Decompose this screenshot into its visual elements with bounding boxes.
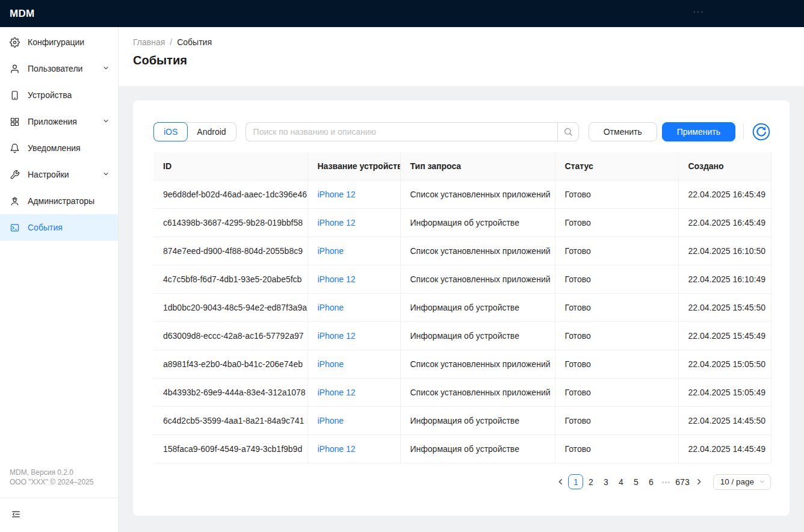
cell-status: Готово — [555, 321, 678, 350]
pagination-page-6[interactable]: 6 — [643, 474, 658, 489]
cell-id: 874e7eed-d900-4f88-804d-2055b8c9 — [153, 237, 308, 265]
platform-segmented-control: iOS Android — [153, 122, 237, 141]
sidebar-item-notifications[interactable]: Уведомления — [0, 135, 118, 161]
cell-id: 1db0bc20-9043-48c5-94e2-ed87f3a9a — [153, 293, 308, 321]
overflow-menu-icon[interactable]: ··· — [693, 7, 705, 16]
device-link[interactable]: iPhone — [318, 246, 344, 256]
chevron-down-icon — [102, 64, 110, 73]
pagination-page-3[interactable]: 3 — [598, 474, 613, 489]
page-size-select[interactable]: 10 / page — [713, 474, 771, 490]
sidebar-footer: MDM, Версия 0.2.0 ООО "ХХХ" © 2024–2025 — [0, 468, 118, 498]
pagination-next-button[interactable] — [691, 474, 707, 489]
cell-id: 158faca9-609f-4549-a749-3cb1f9b9d — [153, 435, 308, 463]
page-size-value: 10 / page — [720, 477, 754, 486]
table-row: 4b4393b2-69e9-444a-83e4-312a1078 iPhone … — [153, 378, 771, 406]
sidebar-item-configurations[interactable]: Конфигурации — [0, 29, 118, 55]
device-icon — [10, 90, 20, 101]
breadcrumb: Главная / События — [133, 37, 790, 47]
device-link[interactable]: iPhone — [318, 359, 344, 369]
sidebar-item-label: События — [28, 223, 63, 232]
table-row: a8981f43-e2b0-4ba0-b41c-206e74eb iPhone … — [153, 350, 771, 378]
pagination-page-1[interactable]: 1 — [568, 474, 583, 489]
cell-status: Готово — [555, 378, 678, 406]
table-row: 1db0bc20-9043-48c5-94e2-ed87f3a9a iPhone… — [153, 293, 771, 321]
device-link[interactable]: iPhone 12 — [318, 444, 356, 454]
sidebar-item-label: Приложения — [28, 117, 77, 126]
table-row: 6c4d2cb5-3599-4aa1-8a21-84a9c741 iPhone … — [153, 406, 771, 435]
sidebar-item-administrators[interactable]: Администраторы — [0, 188, 118, 214]
device-link[interactable]: iPhone 12 — [318, 388, 356, 397]
sidebar-item-applications[interactable]: Приложения — [0, 108, 118, 135]
platform-tab-ios[interactable]: iOS — [153, 122, 188, 141]
device-link[interactable]: iPhone — [318, 303, 344, 312]
device-link[interactable]: iPhone — [318, 416, 344, 425]
sidebar: Конфигурации Пользователи Устройства — [0, 27, 119, 532]
search-input[interactable] — [246, 122, 557, 141]
cell-status: Готово — [555, 350, 678, 378]
pagination-page-5[interactable]: 5 — [628, 474, 643, 489]
user-icon — [10, 64, 20, 74]
cell-status: Готово — [555, 406, 678, 435]
cell-id: a8981f43-e2b0-4ba0-b41c-206e74eb — [153, 350, 308, 378]
console-icon — [10, 223, 20, 233]
pagination-prev-button[interactable] — [553, 474, 568, 489]
cell-status: Готово — [555, 293, 678, 321]
cell-status: Готово — [555, 435, 678, 463]
cell-status: Готово — [555, 208, 678, 237]
gear-icon — [10, 37, 20, 48]
column-header-id: ID — [153, 152, 308, 180]
search-icon — [563, 127, 573, 137]
column-header-type: Тип запроса — [400, 152, 555, 180]
cell-status: Готово — [555, 237, 678, 265]
pagination-jump-next[interactable]: ••• — [658, 474, 673, 489]
table-row: d63009d8-eccc-42a8-ac16-57792a97 iPhone … — [153, 321, 771, 350]
device-link[interactable]: iPhone 12 — [318, 331, 356, 341]
cell-created: 22.04.2025 16:10:49 — [678, 265, 771, 293]
cancel-button[interactable]: Отменить — [589, 122, 657, 141]
pagination-page-4[interactable]: 4 — [613, 474, 628, 489]
column-header-status: Статус — [555, 152, 678, 180]
chevron-down-icon — [102, 170, 110, 179]
chevron-left-icon — [557, 478, 564, 486]
sidebar-item-users[interactable]: Пользователи — [0, 55, 118, 82]
platform-tab-android[interactable]: Android — [187, 122, 235, 141]
app-version: MDM, Версия 0.2.0 — [10, 468, 108, 477]
bell-icon — [10, 143, 20, 153]
cell-id: 6c4d2cb5-3599-4aa1-8a21-84a9c741 — [153, 406, 308, 435]
events-card: iOS Android Отменить Применить — [133, 101, 790, 516]
cell-type: Информация об устройстве — [400, 208, 555, 237]
breadcrumb-home-link[interactable]: Главная — [133, 37, 165, 47]
pagination-page-2[interactable]: 2 — [583, 474, 598, 489]
sidebar-item-events[interactable]: События — [0, 214, 118, 241]
sidebar-item-settings[interactable]: Настройки — [0, 161, 118, 188]
sidebar-item-devices[interactable]: Устройства — [0, 82, 118, 108]
cell-created: 22.04.2025 16:45:49 — [678, 180, 771, 208]
apply-button[interactable]: Применить — [662, 122, 735, 141]
cell-id: 4c7c5bf8-f6d7-4db1-93e5-20abe5fcb — [153, 265, 308, 293]
column-header-created: Создано — [678, 152, 771, 180]
cell-type: Список установленных приложений — [400, 237, 555, 265]
device-link[interactable]: iPhone 12 — [318, 274, 356, 284]
sidebar-item-label: Устройства — [28, 90, 72, 100]
column-header-device: Название устройства — [308, 152, 400, 180]
app-logo: MDM — [10, 8, 35, 20]
wrench-icon — [10, 170, 20, 180]
pagination-page-last[interactable]: 673 — [673, 474, 691, 489]
cell-created: 22.04.2025 16:45:49 — [678, 208, 771, 237]
search-button[interactable] — [557, 122, 579, 141]
menu-fold-icon[interactable] — [11, 509, 21, 521]
cell-type: Список установленных приложений — [400, 378, 555, 406]
cell-created: 22.04.2025 16:10:50 — [678, 237, 771, 265]
cell-created: 22.04.2025 15:45:49 — [678, 321, 771, 350]
cell-id: c614398b-3687-4295-9b28-019bbf58 — [153, 208, 308, 237]
pagination: 1 2 3 4 5 6 ••• 673 10 / page — [153, 474, 771, 490]
apps-grid-icon — [10, 117, 20, 127]
chevron-right-icon — [695, 478, 703, 486]
device-link[interactable]: iPhone 12 — [318, 190, 356, 199]
cell-type: Информация об устройстве — [400, 406, 555, 435]
device-link[interactable]: iPhone 12 — [318, 218, 356, 227]
cell-created: 22.04.2025 15:45:50 — [678, 293, 771, 321]
table-row: 4c7c5bf8-f6d7-4db1-93e5-20abe5fcb iPhone… — [153, 265, 771, 293]
refresh-button[interactable] — [752, 122, 771, 141]
chevron-down-icon — [759, 478, 765, 485]
